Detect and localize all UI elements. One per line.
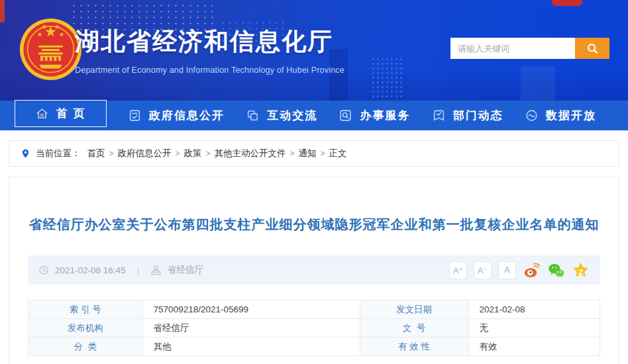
nav-item-label: 政府信息公开	[149, 108, 225, 123]
nav-item-interaction[interactable]: 互动交流	[246, 108, 317, 123]
main-navigation: 首 页 政府信息公开 互动交流 办事服务 部门动态 数据开放	[0, 101, 628, 130]
banner-red-decoration	[552, 0, 582, 6]
china-national-emblem-icon	[19, 17, 83, 81]
info-label-validity: 有 效 性	[360, 338, 468, 356]
info-value-publisher: 省经信厅	[142, 319, 360, 338]
nav-item-services[interactable]: 办事服务	[339, 108, 410, 123]
breadcrumb-separator: >	[206, 149, 211, 158]
home-icon	[35, 107, 49, 120]
info-value-category: 其他	[142, 338, 360, 356]
search-button[interactable]	[575, 38, 609, 59]
star-share-icon[interactable]	[572, 261, 590, 279]
breadcrumb-item-notice[interactable]: 通知	[299, 148, 317, 159]
data-wave-icon	[525, 109, 539, 122]
nav-item-home[interactable]: 首 页	[15, 100, 107, 127]
table-row: 发布机构 省经信厅 文 号 无	[28, 319, 600, 338]
info-label-doc-number: 文 号	[360, 319, 468, 338]
font-reset-button[interactable]: A	[498, 261, 516, 279]
table-row: 分 类 其他 有 效 性 有效	[28, 338, 600, 356]
breadcrumb-separator: >	[109, 149, 114, 158]
bookmark-check-icon	[432, 109, 446, 122]
banner-building-decoration	[371, 57, 403, 98]
wechat-icon[interactable]	[547, 261, 565, 279]
banner-red-decoration	[0, 0, 5, 23]
nav-item-label: 数据开放	[546, 108, 596, 123]
article-title: 省经信厅办公室关于公布第四批支柱产业细分领域隐形冠军企业和第一批复核企业名单的通…	[28, 177, 600, 234]
article-card: 省经信厅办公室关于公布第四批支柱产业细分领域隐形冠军企业和第一批复核企业名单的通…	[9, 177, 619, 364]
breadcrumb-item-current: 正文	[329, 148, 347, 159]
site-title: 湖北省经济和信息化厅	[75, 25, 344, 58]
info-label-publisher: 发布机构	[28, 319, 143, 338]
nav-item-department-news[interactable]: 部门动态	[432, 108, 503, 123]
nav-item-label: 办事服务	[360, 108, 410, 123]
weibo-icon[interactable]	[523, 261, 541, 279]
nav-item-label: 部门动态	[453, 108, 503, 123]
breadcrumb-separator: >	[176, 149, 180, 158]
breadcrumb-item-other-docs[interactable]: 其他主动公开文件	[215, 148, 286, 159]
nav-item-label: 首 页	[56, 106, 86, 121]
font-decrease-button[interactable]: A⁻	[474, 261, 492, 279]
search-input[interactable]	[450, 38, 575, 59]
breadcrumb-separator: >	[290, 149, 295, 158]
document-info-table: 索 引 号 757009218/2021-05699 发文日期 2021-02-…	[28, 300, 600, 356]
interaction-icon	[246, 109, 260, 122]
nav-item-open-data[interactable]: 数据开放	[525, 108, 596, 123]
breadcrumb-item-gov-info[interactable]: 政府信息公开	[118, 148, 172, 159]
breadcrumb: 当前位置： 首页 > 政府信息公开 > 政策 > 其他主动公开文件 > 通知 >…	[9, 140, 619, 167]
org-icon	[150, 265, 162, 276]
breadcrumb-item-policy[interactable]: 政策	[184, 148, 202, 159]
meta-divider: |	[137, 265, 140, 275]
nav-item-label: 互动交流	[267, 108, 317, 123]
nav-item-gov-info[interactable]: 政府信息公开	[128, 108, 225, 123]
publish-datetime: 2021-02-08 16:45	[55, 265, 126, 275]
font-increase-button[interactable]: A⁺	[449, 261, 467, 279]
site-subtitle: Department of Economy and Information Te…	[75, 66, 344, 75]
info-value-validity: 有效	[468, 338, 600, 356]
location-pin-icon	[21, 148, 30, 159]
site-banner: 湖北省经济和信息化厅 Department of Economy and Inf…	[0, 0, 628, 101]
info-label-category: 分 类	[28, 338, 143, 356]
info-value-index-number: 757009218/2021-05699	[142, 300, 360, 319]
search-icon	[586, 42, 599, 55]
info-label-publish-date: 发文日期	[360, 300, 468, 319]
info-value-doc-number: 无	[468, 319, 600, 338]
site-search	[450, 38, 609, 59]
breadcrumb-separator: >	[321, 149, 325, 158]
article-meta-bar: 2021-02-08 16:45 | 省经信厅 A⁺ A⁻ A	[28, 255, 600, 285]
publish-source: 省经信厅	[168, 264, 203, 276]
service-search-icon	[339, 109, 352, 122]
breadcrumb-location-label: 当前位置：	[36, 148, 81, 159]
banner-building-decoration	[521, 66, 555, 101]
table-row: 索 引 号 757009218/2021-05699 发文日期 2021-02-…	[28, 300, 600, 319]
document-check-icon	[128, 109, 142, 122]
info-label-index-number: 索 引 号	[28, 300, 143, 319]
clock-icon	[38, 265, 49, 275]
breadcrumb-item-home[interactable]: 首页	[87, 148, 105, 159]
info-value-publish-date: 2021-02-08	[468, 300, 600, 319]
